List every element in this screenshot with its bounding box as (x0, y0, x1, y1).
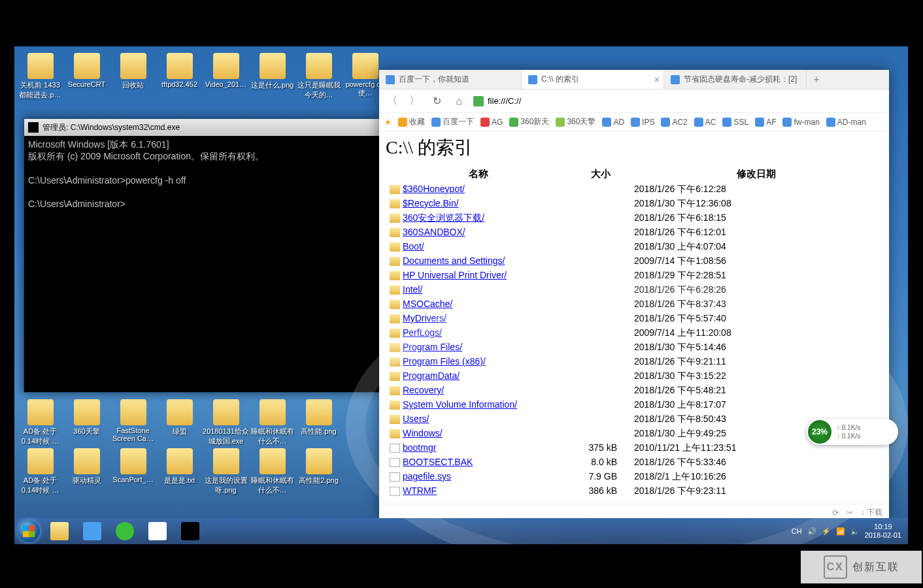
file-date: 2018/1/26 下午6:12:01 (631, 226, 881, 239)
file-link[interactable]: bootmgr (403, 442, 436, 453)
network-widget[interactable]: 23% ↑ 0.1K/s ↓ 0.1K/s (807, 419, 898, 445)
cmd-titlebar[interactable]: 管理员: C:\Windows\system32\cmd.exe (24, 119, 380, 136)
file-link[interactable]: System Volume Information/ (403, 399, 517, 410)
desktop-icon[interactable]: 高性能2.png (295, 448, 342, 497)
file-link[interactable]: pagefile.sys (403, 471, 451, 482)
file-link[interactable]: MSOCache/ (403, 299, 452, 309)
desktop-icon[interactable]: 驱动精灵 (63, 448, 110, 497)
col-name: 名称 (387, 167, 570, 182)
file-link[interactable]: Boot/ (403, 241, 424, 252)
new-tab-button[interactable]: + (807, 70, 826, 89)
bookmark-item[interactable]: AG (480, 118, 503, 127)
bookmark-item[interactable]: fw-man (782, 118, 819, 127)
back-button[interactable]: 〈 (384, 93, 400, 109)
desktop-icon[interactable]: 高性能.png (295, 399, 342, 448)
table-row: Intel/2018/1/26 下午6:28:26 (387, 284, 881, 297)
forward-button[interactable]: 〉 (407, 93, 422, 109)
desktop-icon[interactable]: 关机前 1433都能进去.p… (17, 53, 63, 102)
taskbar-explorer[interactable] (43, 519, 76, 544)
desktop-icon[interactable]: 这是什么.png (249, 53, 295, 102)
file-link[interactable]: HP Universal Print Driver/ (403, 270, 507, 280)
taskbar-paint[interactable] (141, 519, 174, 544)
desktop-icon[interactable]: AD备 处于0.14时候 … (17, 448, 63, 497)
file-date: 2018/1/30 下午12:36:08 (631, 197, 881, 210)
tray-icon-1[interactable]: 🔊 (807, 527, 816, 536)
desktop-icon[interactable]: ScanPort_… (110, 448, 156, 497)
file-size: 8.0 kB (571, 456, 630, 469)
bookmark-item[interactable]: AC2 (661, 118, 687, 127)
reload-button[interactable]: ↻ (429, 93, 445, 109)
file-link[interactable]: Recovery/ (403, 385, 444, 395)
bookmark-item[interactable]: AD-man (826, 118, 866, 127)
file-link[interactable]: Documents and Settings/ (403, 255, 505, 266)
close-icon[interactable]: × (654, 74, 660, 85)
file-link[interactable]: $Recycle.Bin/ (403, 198, 459, 208)
file-size (571, 327, 630, 340)
widget-speeds: ↑ 0.1K/s ↓ 0.1K/s (837, 423, 860, 440)
desktop-icon[interactable]: 这只是睡眠我今天的… (295, 53, 342, 102)
bookmark-item[interactable]: SSL (722, 118, 748, 127)
file-link[interactable]: WTRMF (403, 485, 437, 496)
taskbar-app-1[interactable] (76, 519, 109, 544)
col-size: 大小 (571, 167, 630, 182)
file-link[interactable]: Windows/ (403, 428, 443, 438)
file-link[interactable]: Program Files (x86)/ (403, 356, 486, 367)
desktop-icon[interactable]: 20180131给众城放国.exe (203, 399, 249, 448)
bookmark-item[interactable]: AD (602, 118, 624, 127)
cmd-title-text: 管理员: C:\Windows\system32\cmd.exe (42, 122, 180, 133)
desktop-icon[interactable]: 睡眠和休眠有什么不… (249, 448, 295, 497)
tab-favicon-icon (671, 75, 680, 84)
desktop-icon[interactable]: 睡眠和休眠有什么不… (249, 399, 295, 448)
browser-tab[interactable]: C:\\ 的索引× (522, 70, 664, 89)
desktop-icon[interactable]: 360天擎 (63, 399, 110, 448)
address-bar[interactable]: file:///C:// (473, 96, 884, 106)
file-link[interactable]: MyDrivers/ (403, 313, 446, 323)
table-row: HP Universal Print Driver/2018/1/29 下午2:… (387, 269, 881, 282)
desktop-icon[interactable]: 回收站 (110, 53, 156, 102)
tray-lang[interactable]: CH (792, 527, 802, 535)
file-date: 2018/1/26 下午8:50:43 (631, 413, 881, 426)
home-button[interactable]: ⌂ (451, 93, 467, 109)
file-link[interactable]: 360安全浏览器下载/ (403, 212, 484, 223)
tray-clock[interactable]: 10:19 2018-02-01 (865, 523, 901, 540)
desktop-icon[interactable]: tftpd32.452 (156, 53, 203, 102)
start-button[interactable] (14, 518, 43, 544)
bookmark-item[interactable]: 360新天 (509, 116, 549, 127)
taskbar-cmd[interactable] (174, 519, 207, 544)
bookmark-item[interactable]: AC (694, 118, 716, 127)
desktop-icon[interactable]: 绿盟 (156, 399, 203, 448)
desktop-icon[interactable]: Video_201… (203, 53, 249, 102)
browser-tab[interactable]: 百度一下，你就知道 (379, 70, 522, 89)
file-link[interactable]: Intel/ (403, 284, 422, 295)
desktop-icon[interactable]: FastStone Screen Ca… (110, 399, 156, 448)
bookmark-item[interactable]: 收藏 (398, 116, 425, 127)
file-link[interactable]: BOOTSECT.BAK (403, 457, 473, 467)
file-date: 2018/1/26 下午5:33:46 (631, 456, 881, 469)
bookmark-item[interactable]: 百度一下 (431, 116, 474, 127)
desktop-icon[interactable]: 是是是.txt (156, 448, 203, 497)
bookmark-item[interactable]: AF (755, 118, 776, 127)
scissors-icon[interactable]: ✂ (847, 508, 853, 517)
bookmark-item[interactable]: 360天擎 (556, 116, 596, 127)
file-link[interactable]: Users/ (403, 414, 429, 424)
tab-favicon-icon (386, 75, 395, 84)
file-link[interactable]: PerfLogs/ (403, 327, 442, 338)
file-link[interactable]: $360Honeypot/ (403, 184, 465, 194)
status-icon[interactable]: ⟳ (832, 508, 839, 517)
browser-tab[interactable]: 节省固态硬盘寿命-减少损耗：[2] (664, 70, 807, 89)
desktop-icon[interactable]: SecureCRT (63, 53, 110, 102)
file-date: 2018/1/26 下午5:57:40 (631, 312, 881, 325)
desktop-icon[interactable]: AD备 处于0.14时候 … (17, 399, 63, 448)
tray-volume-icon[interactable]: 🔈 (850, 527, 860, 536)
cmd-output[interactable]: Microsoft Windows [版本 6.1.7601] 版权所有 (c)… (24, 136, 380, 212)
file-link[interactable]: ProgramData/ (403, 370, 460, 381)
cmd-window[interactable]: 管理员: C:\Windows\system32\cmd.exe Microso… (24, 118, 380, 393)
taskbar-ie[interactable] (109, 519, 141, 544)
tray-network-icon[interactable]: 📶 (836, 527, 845, 536)
desktop-icon[interactable]: 这是我的设置呀.png (203, 448, 249, 497)
tray-icon-2[interactable]: ⚡ (822, 527, 831, 536)
file-link[interactable]: 360SANDBOX/ (403, 227, 465, 237)
file-link[interactable]: Program Files/ (403, 342, 462, 352)
download-icon[interactable]: ↓ 下载 (861, 507, 882, 518)
bookmark-item[interactable]: IPS (631, 118, 654, 127)
